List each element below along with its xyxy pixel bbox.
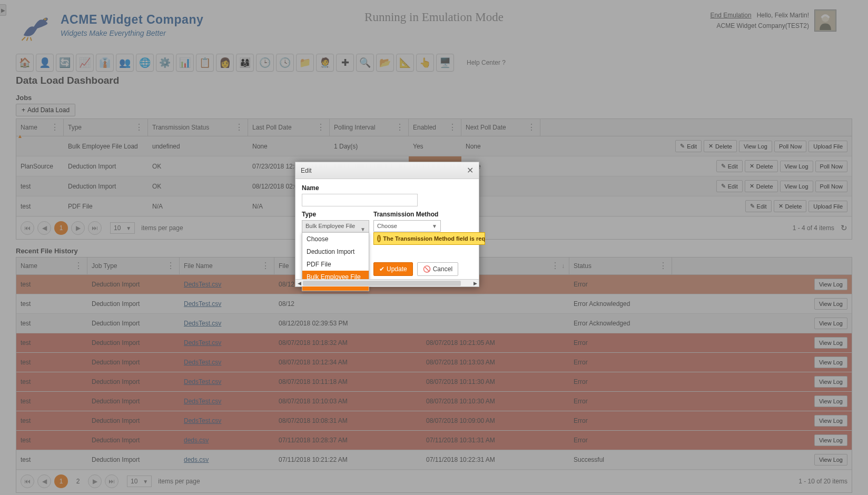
validation-warning: ! The Transmission Method field is req bbox=[373, 232, 485, 245]
modal-hscrollbar[interactable]: ◀ ▶ bbox=[295, 279, 479, 286]
chevron-down-icon: ▼ bbox=[432, 223, 437, 229]
name-label: Name bbox=[302, 184, 472, 192]
scroll-left-icon[interactable]: ◀ bbox=[295, 280, 303, 287]
close-icon[interactable]: ✕ bbox=[467, 165, 474, 175]
transmission-label: Transmission Method bbox=[373, 211, 441, 218]
chevron-down-icon: ▼ bbox=[360, 226, 366, 232]
edit-modal: Edit ✕ Name Type Bulk Employee File ... … bbox=[295, 162, 479, 287]
warning-icon: ! bbox=[377, 235, 381, 242]
cancel-button[interactable]: 🚫 Cancel bbox=[417, 262, 458, 276]
dropdown-option[interactable]: Choose bbox=[302, 233, 369, 245]
dropdown-option[interactable]: Deduction Import bbox=[302, 245, 369, 258]
validation-warning-text: The Transmission Method field is req bbox=[383, 235, 485, 242]
update-button[interactable]: ✔ Update bbox=[373, 262, 413, 276]
scroll-right-icon[interactable]: ▶ bbox=[471, 280, 479, 287]
transmission-select[interactable]: Choose ▼ bbox=[373, 220, 441, 232]
cancel-icon: 🚫 bbox=[423, 265, 431, 273]
name-input[interactable] bbox=[302, 194, 418, 206]
type-label: Type bbox=[302, 211, 369, 218]
transmission-select-value: Choose bbox=[377, 223, 397, 229]
cancel-label: Cancel bbox=[433, 265, 452, 273]
modal-title: Edit bbox=[301, 167, 312, 174]
check-icon: ✔ bbox=[379, 265, 384, 273]
scroll-thumb[interactable] bbox=[303, 281, 461, 286]
dropdown-option[interactable]: PDF File bbox=[302, 258, 369, 271]
update-label: Update bbox=[387, 265, 407, 273]
